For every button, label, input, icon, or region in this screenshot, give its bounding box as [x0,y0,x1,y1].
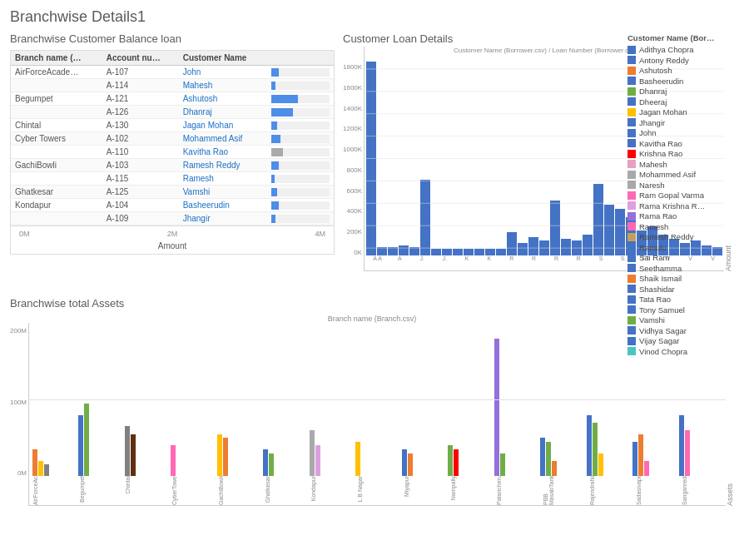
legend-item: Jhangir [627,118,744,127]
legend-item-label: Adithya Chopra [639,45,693,54]
table-row: GachiBowli A-103 Ramesh Reddy [11,159,334,172]
table-row: A-126 Dhanraj [11,106,334,119]
bar-fill [271,135,280,143]
legend-item-label: Kavitha Rao [639,139,682,148]
assets-x-label-item: PBB MasabTank [543,476,587,505]
legend-color-swatch [627,139,636,147]
assets-bar [448,445,453,476]
bar-container [271,82,330,90]
assets-x-label-item: Patancheru [496,476,540,505]
assets-bar-group [587,415,630,476]
assets-bar [263,449,268,476]
bar-container [271,95,330,103]
td-account: A-121 [102,92,179,106]
bar-container [271,215,330,223]
legend-color-swatch [627,97,636,106]
legend-item: Krishna Rao [627,149,744,158]
legend-item: Ramulu [627,243,744,252]
legend-item: Shaik Ismail [627,274,744,283]
td-branch [11,212,102,225]
td-bar [267,79,334,92]
bar-fill [271,161,279,170]
legend-item-label: Rama Krishna R… [639,201,705,211]
assets-bar [217,434,222,476]
table-row: Begumpet A-121 Ashutosh [11,92,334,106]
assets-bar [269,453,274,477]
legend-color-swatch [627,295,636,304]
assets-x-label-item: Begumpet [79,476,123,503]
legend-item: Mohammed Asif [627,170,744,179]
legend-color-swatch [627,181,636,189]
assets-y-label: Assets [726,323,734,506]
legend-item: Shashidar [627,285,744,294]
legend-color-swatch [627,233,636,241]
assets-bar [125,426,130,476]
assets-bar [598,453,603,477]
td-account: A-104 [102,199,179,212]
legend-color-swatch [627,67,636,75]
td-branch [11,172,102,186]
bar-fill [271,188,277,196]
legend-item-label: John [639,128,657,137]
assets-chart-wrapper: 200M 100M 0M AirForceAcademyBegumpetChin… [10,323,734,506]
td-branch: Begumpet [11,92,102,106]
axis-2m: 2M [167,230,178,238]
legend-item-label: Jhangir [639,118,665,127]
legend-item: Antony Reddy [627,56,744,65]
assets-x-label-item: AirForceAcademy [32,476,77,505]
td-customer: John [179,66,267,79]
assets-bar [408,453,413,477]
bar-fill [271,121,277,130]
assets-y-axis: 200M 100M 0M [10,323,28,506]
assets-bar-group [494,339,538,476]
loan-y-axis: 1800K 1600K 1400K 1200K 1000K 800K 600K … [343,47,364,271]
bar-container [271,148,330,156]
legend-item: Basheerudin [627,77,744,86]
legend-color-swatch [627,160,636,168]
assets-bar-group [78,404,122,476]
bar-fill [271,201,279,210]
axis-row: 0M 2M 4M [15,228,330,240]
bar-container [271,188,330,196]
assets-bar [310,430,315,476]
td-branch: GachiBowli [11,159,102,172]
assets-x-label-item: CyberTowers [171,476,216,505]
legend-item-label: Mahesh [639,160,667,169]
legend-item: Tata Rao [627,295,744,304]
axis-0m: 0M [19,230,30,238]
td-bar [267,159,334,172]
th-bar [267,51,334,66]
table-row: AirForceAcade… A-107 John [11,66,334,79]
assets-bar [679,415,684,476]
legend-item-label: Shaik Ismail [639,274,682,283]
td-bar [267,66,334,79]
balance-table: Branch name (… Account nu… Customer Name… [10,50,335,255]
table-body: AirForceAcade… A-107 John A-114 Mahesh B… [11,66,334,225]
legend-color-swatch [627,201,636,210]
assets-bar [355,442,360,476]
assets-bar [84,404,89,476]
table-row: Chintal A-130 Jagan Mohan [11,119,334,132]
assets-x-labels: AirForceAcademyBegumpetChintalCyberTower… [29,476,726,505]
assets-bar-group [355,442,399,476]
table-row: A-109 Jhangir [11,212,334,225]
legend-item: Naresh [627,181,744,190]
assets-bar [131,434,136,476]
bar-container [271,161,330,170]
td-customer: Vamshi [179,186,267,199]
assets-bar-group [310,430,353,476]
amount-label: Amount [15,240,330,252]
legend-item-label: Dhanraj [639,87,667,96]
legend-color-swatch [627,212,636,221]
assets-bar-group [125,426,168,476]
assets-bar [171,445,176,476]
bar-container [271,201,330,210]
legend-item-label: Tony Samuel [639,305,685,315]
legend-color-swatch [627,87,636,96]
legend-color-swatch [627,46,636,54]
assets-bar [44,464,49,476]
td-branch: Kondapur [11,199,102,212]
assets-bar [587,415,592,476]
td-account: A-107 [102,66,179,79]
td-bar [267,146,334,159]
